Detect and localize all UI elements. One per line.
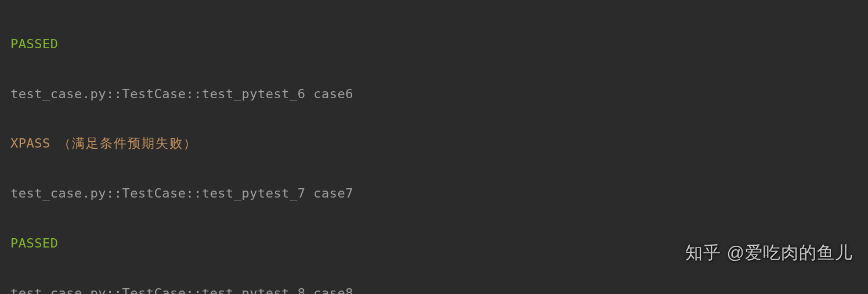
status-passed: PASSED [10, 37, 58, 51]
terminal-output: PASSED test_case.py::TestCase::test_pyte… [0, 0, 868, 294]
test-id: test_case.py::TestCase::test_pytest_7 ca… [10, 186, 353, 200]
test-id: test_case.py::TestCase::test_pytest_8 ca… [10, 286, 353, 294]
status-note: （满足条件预期失败） [58, 136, 197, 150]
test-id: test_case.py::TestCase::test_pytest_6 ca… [10, 87, 353, 101]
status-passed: PASSED [10, 236, 58, 250]
status-xpass: XPASS [10, 136, 50, 150]
